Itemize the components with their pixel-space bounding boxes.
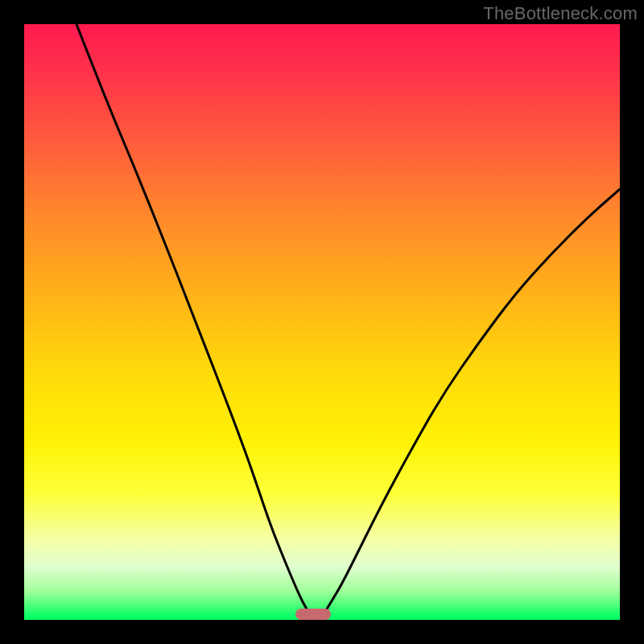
plot-area [24, 24, 620, 620]
frame: TheBottleneck.com [0, 0, 644, 644]
curves-layer [24, 24, 620, 620]
bottleneck-marker [295, 609, 331, 620]
watermark-text: TheBottleneck.com [483, 3, 638, 24]
curve-right-arm [324, 189, 620, 614]
curve-paths [76, 24, 620, 614]
curve-left-arm [76, 24, 310, 614]
